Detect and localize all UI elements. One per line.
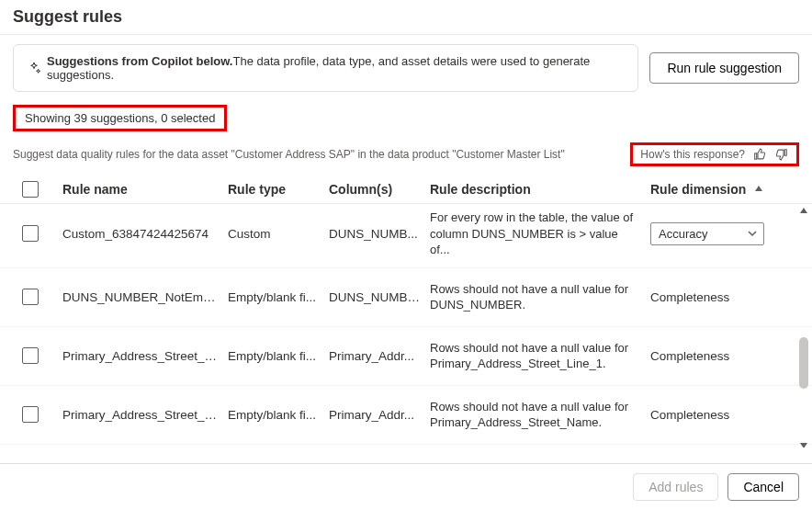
- col-rule-dimension[interactable]: Rule dimension: [650, 182, 788, 197]
- feedback-label: How's this response?: [640, 148, 745, 161]
- row-checkbox[interactable]: [22, 225, 39, 242]
- cell-rule-description: For every row in the table, the value of…: [430, 210, 650, 258]
- col-rule-dimension-label: Rule dimension: [650, 182, 746, 197]
- copilot-info-pill: Suggestions from Copilot below.The data …: [13, 44, 638, 92]
- table-row: Primary_Business_Name_N...Empty/blank fi…: [0, 445, 812, 448]
- cell-rule-dimension: Completeness: [650, 349, 788, 363]
- cell-rule-dimension: Completeness: [650, 290, 788, 304]
- row-checkbox-cell: [13, 406, 62, 423]
- table-row: Custom_63847424425674CustomDUNS_NUMB...F…: [0, 204, 812, 268]
- cell-rule-type: Custom: [228, 227, 329, 241]
- sparkle-icon: [27, 61, 41, 75]
- select-all-checkbox[interactable]: [22, 181, 39, 198]
- cell-rule-name: DUNS_NUMBER_NotEmpty: [62, 290, 228, 304]
- col-rule-type[interactable]: Rule type: [228, 182, 329, 197]
- rule-dimension-value: Accuracy: [659, 227, 707, 241]
- rules-table: Rule name Rule type Column(s) Rule descr…: [0, 176, 812, 448]
- cell-columns: Primary_Addr...: [329, 408, 430, 422]
- suggestions-count: Showing 39 suggestions, 0 selected: [13, 105, 227, 131]
- cell-columns: DUNS_NUMBER: [329, 290, 430, 304]
- cell-columns: Primary_Addr...: [329, 349, 430, 363]
- count-row: Showing 39 suggestions, 0 selected: [13, 105, 799, 131]
- col-rule-description[interactable]: Rule description: [430, 182, 650, 197]
- desc-row: Suggest data quality rules for the data …: [0, 131, 812, 166]
- info-row: Suggestions from Copilot below.The data …: [0, 35, 812, 92]
- table-header: Rule name Rule type Column(s) Rule descr…: [0, 176, 812, 204]
- row-checkbox-cell: [13, 289, 62, 305]
- cell-rule-description: Rows should not have a null value for Pr…: [430, 399, 650, 431]
- row-checkbox[interactable]: [22, 289, 39, 305]
- cancel-button[interactable]: Cancel: [727, 473, 799, 501]
- add-rules-button[interactable]: Add rules: [633, 473, 718, 501]
- page-title: Suggest rules: [0, 0, 812, 34]
- cell-rule-dimension: Completeness: [650, 408, 788, 422]
- cell-rule-type: Empty/blank fi...: [228, 408, 329, 422]
- footer: Add rules Cancel: [0, 463, 812, 510]
- table-row: Primary_Address_Street_Na...Empty/blank …: [0, 386, 812, 445]
- cell-rule-type: Empty/blank fi...: [228, 290, 329, 304]
- sort-asc-icon: [753, 184, 764, 195]
- cell-rule-dimension: Accuracy: [650, 222, 788, 245]
- chevron-down-icon: [747, 228, 758, 239]
- rule-dimension-select[interactable]: Accuracy: [650, 222, 764, 245]
- table-row: Primary_Address_Street_Lin...Empty/blank…: [0, 327, 812, 386]
- run-rule-suggestion-button[interactable]: Run rule suggestion: [649, 52, 799, 84]
- cell-columns: DUNS_NUMB...: [329, 227, 430, 241]
- cell-rule-name: Primary_Address_Street_Na...: [62, 408, 228, 422]
- query-description: Suggest data quality rules for the data …: [13, 148, 619, 161]
- header-checkbox-cell: [13, 181, 62, 198]
- col-columns[interactable]: Column(s): [329, 182, 430, 197]
- cell-rule-type: Empty/blank fi...: [228, 349, 329, 363]
- row-checkbox[interactable]: [22, 347, 39, 364]
- cell-rule-name: Custom_63847424425674: [62, 227, 228, 241]
- row-checkbox-cell: [13, 225, 62, 242]
- row-checkbox-cell: [13, 347, 62, 364]
- copilot-info-bold: Suggestions from Copilot below.: [47, 54, 232, 68]
- thumbs-up-icon[interactable]: [752, 147, 767, 162]
- table-row: DUNS_NUMBER_NotEmptyEmpty/blank fi...DUN…: [0, 268, 812, 327]
- col-rule-name[interactable]: Rule name: [62, 182, 228, 197]
- cell-rule-description: Rows should not have a null value for Pr…: [430, 340, 650, 372]
- copilot-info-text: Suggestions from Copilot below.The data …: [47, 54, 625, 82]
- feedback-box: How's this response?: [630, 142, 799, 166]
- row-checkbox[interactable]: [22, 406, 39, 423]
- cell-rule-name: Primary_Address_Street_Lin...: [62, 349, 228, 363]
- scroll-thumb[interactable]: [799, 337, 808, 389]
- scrollbar[interactable]: [797, 209, 810, 448]
- scroll-up-icon[interactable]: [798, 205, 809, 216]
- scroll-down-icon[interactable]: [798, 440, 809, 448]
- cell-rule-description: Rows should not have a null value for DU…: [430, 281, 650, 313]
- thumbs-down-icon[interactable]: [774, 147, 789, 162]
